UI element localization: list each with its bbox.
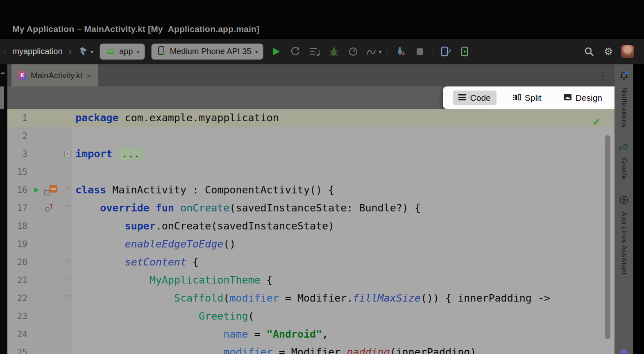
view-mode-code-button[interactable]: Code [453,91,497,105]
code-text: package com.example.myapplication [72,109,615,127]
left-window-edge [0,64,7,354]
settings-gear-button[interactable]: ⚙ [602,45,615,58]
toolbar-divider [433,45,433,58]
chevron-down-icon: ▾ [379,48,381,55]
code-token: () [223,238,236,250]
run-button[interactable] [270,45,283,58]
gutter-icons [30,217,63,235]
code-text: setContent { [72,253,615,271]
code-token: { [186,256,199,268]
chevron-down-icon: ▾ [91,48,93,55]
code-token: (savedInstanceState: Bundle?) { [229,202,421,214]
fold-gutter [63,127,72,145]
profile-button[interactable] [347,45,360,58]
fold-gutter [63,163,72,181]
code-line: 15 [7,163,615,181]
tab-label: MainActivity.kt [31,71,82,80]
fold-marker-icon[interactable] [65,295,70,302]
device-phone-icon [157,46,166,57]
notifications-bell-icon [619,71,629,82]
apply-code-changes-button[interactable] [308,45,321,58]
unfold-marker-icon[interactable]: + [64,151,71,157]
gutter-icons [30,271,63,289]
gemini-sparkle-icon[interactable] [619,347,629,354]
fold-gutter [63,235,72,253]
line-number: 16 [7,181,30,199]
tab-mainactivity[interactable]: K MainActivity.kt × [11,64,98,86]
code-text: name = "Android", [72,325,615,343]
code-token: class [75,184,106,196]
line-number: 1 [7,109,30,127]
sidebar-item-app-links-assistant[interactable]: App Links Assistant [619,195,629,275]
left-stripe-marker [1,73,5,74]
code-token: = Modifier. [279,292,353,304]
fold-gutter [63,307,72,325]
line-number: 2 [7,127,30,145]
attach-debugger-button[interactable] [394,45,407,58]
chevron-right-icon: › [69,46,72,57]
line-number: 20 [7,253,30,271]
view-mode-toggle: Code Split Design [443,86,615,109]
run-line-icon[interactable] [33,186,40,194]
chevron-right-icon: › [3,46,6,57]
gutter-icons [30,289,63,307]
fold-marker-icon[interactable] [65,259,70,266]
main-toolbar: › myapplication › ▾ app ▾ Medium Phone A… [0,39,644,64]
profiler-options-button[interactable]: ▾ [366,47,381,56]
code-token: onCreate [180,202,229,214]
code-line: 23 Greeting( [7,307,615,325]
chevron-down-icon: ▾ [255,48,258,55]
code-editor[interactable]: 1package com.example.myapplication23+imp… [7,109,615,354]
fold-gutter: + [63,145,72,163]
project-widget[interactable]: myapplication [12,47,62,56]
right-tool-stripe: Notifications Gradle App Links Assistant [615,64,633,354]
gutter-icons [30,253,63,271]
fold-marker-icon[interactable] [65,277,70,284]
editor-tab-bar: K MainActivity.kt × ⋮ [7,64,615,86]
editor-scrollbar[interactable] [605,135,610,339]
fold-marker-icon[interactable] [65,205,70,211]
running-devices-button[interactable] [458,45,472,58]
user-avatar[interactable] [621,45,634,58]
folded-imports-box[interactable]: ... [118,148,143,160]
device-manager-button[interactable] [439,45,452,58]
code-token: = [248,328,266,340]
module-selector[interactable]: app ▾ [100,43,145,60]
split-icon [513,93,521,102]
vcs-widget[interactable]: ▾ [78,46,93,57]
code-text: Greeting( [72,307,615,325]
inspections-ok-check-icon[interactable]: ✔ [593,115,600,127]
code-token: enableEdgeToEdge [125,238,223,250]
sidebar-item-label: Gradle [620,158,628,179]
code-text: enableEdgeToEdge() [72,235,615,253]
override-method-icon[interactable]: ↑ [45,204,54,212]
close-tab-icon[interactable]: × [86,71,91,80]
fold-marker-icon[interactable] [65,187,70,193]
code-token [150,202,156,214]
debug-button[interactable] [327,45,340,58]
sidebar-item-gradle[interactable]: Gradle [619,143,629,179]
stop-button[interactable] [413,45,426,58]
class-stack-icon [44,190,50,195]
gutter-icons [30,307,63,325]
line-number: 18 [7,217,30,235]
sidebar-item-notifications[interactable]: Notifications [619,71,629,127]
code-line: 20 setContent { [7,253,615,271]
apply-changes-button[interactable] [289,45,302,58]
device-selector-label: Medium Phone API 35 [170,47,251,56]
line-number: 3 [7,145,30,163]
compose-preview-icon[interactable]: <> [44,185,57,195]
code-token: { [261,274,273,286]
left-stripe-stub [0,86,4,109]
view-mode-split-button[interactable]: Split [507,91,547,105]
device-selector[interactable]: Medium Phone API 35 ▾ [151,43,263,60]
search-everywhere-button[interactable] [583,45,596,58]
code-token: padding [347,346,390,354]
view-mode-design-button[interactable]: Design [558,91,608,105]
code-token: setContent [125,256,186,268]
code-token [75,256,125,268]
code-line: 3+import ... [7,145,615,163]
tab-options-kebab-icon[interactable]: ⋮ [598,70,608,82]
code-token: MainActivity : ComponentActivity() { [106,184,334,196]
editor-top-band: Code Split Design [7,86,615,109]
